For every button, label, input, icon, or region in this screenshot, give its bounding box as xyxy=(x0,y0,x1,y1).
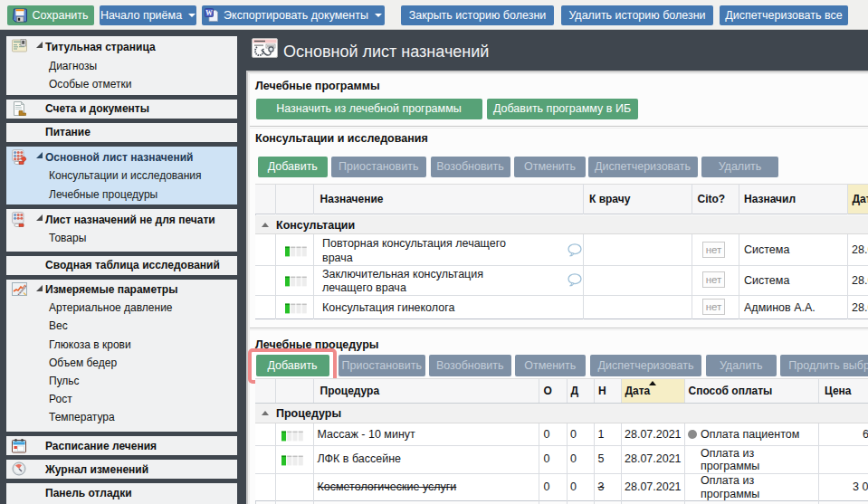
svg-text:W: W xyxy=(205,9,213,17)
